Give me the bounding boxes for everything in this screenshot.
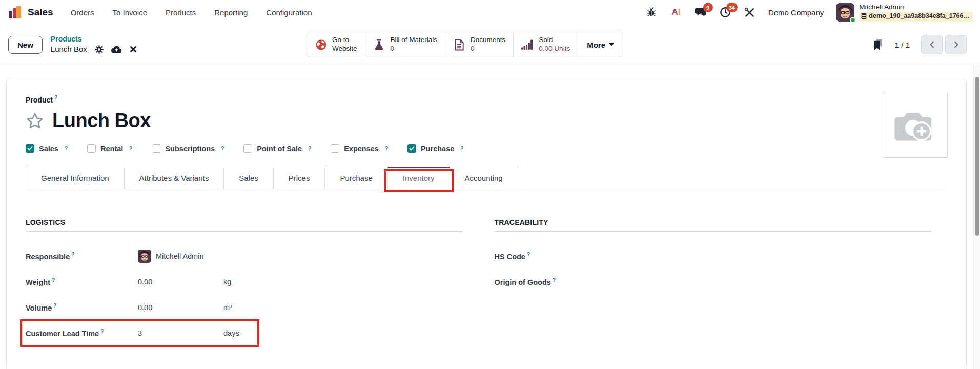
- checkbox-rental-box[interactable]: [87, 144, 96, 153]
- globe-icon: [315, 38, 327, 51]
- more-button[interactable]: More: [578, 32, 623, 57]
- new-button[interactable]: New: [8, 36, 43, 54]
- bug-icon[interactable]: [645, 6, 658, 18]
- customer-lead-time-label: Customer Lead Time?: [26, 329, 138, 338]
- chevron-left-icon: [929, 40, 935, 49]
- menu-orders[interactable]: Orders: [71, 8, 94, 17]
- breadcrumb-products-link[interactable]: Products: [51, 34, 137, 44]
- main-menu: Orders To Invoice Products Reporting Con…: [71, 8, 312, 17]
- responsible-value[interactable]: Mitchell Admin: [138, 250, 223, 263]
- tab-prices[interactable]: Prices: [273, 167, 325, 189]
- messages-badge: 9: [703, 3, 713, 12]
- volume-unit: m³: [223, 303, 232, 312]
- vertical-scrollbar[interactable]: [973, 65, 980, 369]
- checkbox-purchase-box[interactable]: [407, 144, 416, 153]
- document-icon: [453, 38, 465, 51]
- user-menu[interactable]: Mitchell Admin demo_190_aa9a8b34e8fa_176…: [836, 3, 973, 22]
- traceability-section-title: TRACEABILITY: [495, 218, 932, 232]
- checkbox-sales[interactable]: Sales?: [26, 144, 68, 153]
- checkbox-purchase[interactable]: Purchase?: [407, 144, 463, 153]
- breadcrumb: Products Lunch Box: [51, 34, 137, 54]
- checkbox-sales-box[interactable]: [26, 144, 34, 153]
- checkbox-point-of-sale-box[interactable]: [243, 144, 252, 153]
- tab-inventory[interactable]: Inventory: [387, 167, 450, 189]
- bar-chart-icon: [521, 38, 534, 51]
- checkbox-subscriptions[interactable]: Subscriptions?: [152, 144, 224, 153]
- logistics-section-title: LOGISTICS: [26, 218, 463, 232]
- messages-icon[interactable]: 9: [695, 6, 707, 18]
- documents-button[interactable]: Documents 0: [445, 32, 514, 57]
- user-name: Mitchell Admin: [859, 3, 973, 12]
- database-icon: [861, 13, 867, 19]
- menu-reporting[interactable]: Reporting: [214, 8, 248, 17]
- chevron-down-icon: [609, 43, 614, 46]
- go-to-website-button[interactable]: Go to Website: [307, 32, 365, 57]
- origin-of-goods-label: Origin of Goods?: [495, 277, 607, 286]
- discard-x-icon[interactable]: [130, 46, 137, 53]
- developer-tools-icon[interactable]: [744, 6, 756, 18]
- navbar-right: AI 9 34 Demo Company: [645, 3, 973, 22]
- menu-configuration[interactable]: Configuration: [266, 8, 312, 17]
- tab-purchase[interactable]: Purchase: [324, 167, 387, 189]
- gear-icon[interactable]: [95, 45, 104, 54]
- product-form-sheet: Product? Lunch Box Sales? Rental? Subscr…: [6, 78, 967, 368]
- sold-button[interactable]: Sold 0.00 Units: [514, 32, 578, 57]
- app-name[interactable]: Sales: [28, 7, 53, 18]
- tab-sales[interactable]: Sales: [223, 167, 274, 189]
- favorite-star-icon[interactable]: [26, 112, 44, 130]
- product-availability-checkboxes: Sales? Rental? Subscriptions? Point of S…: [26, 144, 947, 153]
- checkbox-expenses-box[interactable]: [331, 144, 339, 153]
- sales-app-icon[interactable]: [7, 5, 23, 20]
- checkbox-expenses[interactable]: Expenses?: [331, 144, 388, 153]
- pager-previous-button[interactable]: [921, 35, 943, 54]
- volume-input[interactable]: 0.00: [138, 303, 223, 312]
- origin-of-goods-field-row: Origin of Goods?: [495, 273, 932, 291]
- tab-general-information[interactable]: General Information: [26, 167, 125, 189]
- checkbox-subscriptions-box[interactable]: [152, 144, 160, 153]
- bookmark-icon[interactable]: [872, 38, 884, 51]
- responsible-field-row: Responsible? Mitchell Admin: [26, 248, 463, 265]
- product-image-upload[interactable]: [883, 93, 948, 158]
- checkbox-rental[interactable]: Rental?: [87, 144, 132, 153]
- volume-label: Volume?: [26, 303, 138, 312]
- pager-next-button[interactable]: [945, 35, 967, 54]
- chevron-right-icon: [953, 40, 959, 49]
- user-avatar: [836, 3, 854, 22]
- product-title[interactable]: Lunch Box: [52, 110, 151, 132]
- control-panel: New Products Lunch Box: [0, 25, 980, 65]
- notebook-tabs: General Information Attributes & Variant…: [26, 167, 947, 189]
- weight-label: Weight?: [26, 277, 138, 286]
- tab-accounting[interactable]: Accounting: [450, 167, 518, 189]
- product-type-label: Product?: [26, 95, 947, 105]
- pager: 1 / 1: [872, 35, 967, 54]
- breadcrumb-current-record: Lunch Box: [51, 44, 87, 54]
- menu-to-invoice[interactable]: To Invoice: [113, 8, 148, 17]
- flask-icon: [373, 38, 385, 51]
- checkbox-point-of-sale[interactable]: Point of Sale?: [243, 144, 311, 153]
- customer-lead-time-field-row: Customer Lead Time? 3 days: [26, 324, 463, 342]
- online-status-dot: [850, 17, 856, 23]
- tab-attributes-variants[interactable]: Attributes & Variants: [124, 167, 224, 189]
- pager-count: 1 / 1: [895, 40, 910, 49]
- logistics-section: LOGISTICS Responsible? Mitchell Admin: [26, 218, 463, 350]
- save-cloud-icon[interactable]: [111, 45, 122, 54]
- stat-button-group: Go to Website Bill of Materials 0: [307, 32, 623, 57]
- menu-products[interactable]: Products: [166, 8, 196, 17]
- weight-input[interactable]: 0.00: [138, 278, 223, 286]
- customer-lead-time-unit: days: [223, 329, 239, 337]
- camera-plus-icon: [892, 107, 939, 145]
- traceability-section: TRACEABILITY HS Code? Origin of Goods?: [495, 218, 932, 350]
- hs-code-field-row: HS Code?: [495, 248, 932, 265]
- database-badge: demo_190_aa9a8b34e8fa_1766…: [859, 12, 973, 22]
- scrollbar-thumb[interactable]: [975, 77, 979, 236]
- ai-icon[interactable]: AI: [670, 6, 682, 18]
- weight-field-row: Weight? 0.00 kg: [26, 273, 463, 291]
- hs-code-label: HS Code?: [495, 252, 607, 261]
- company-switcher[interactable]: Demo Company: [768, 8, 824, 17]
- customer-lead-time-input[interactable]: 3: [138, 329, 223, 337]
- top-navbar: Sales Orders To Invoice Products Reporti…: [0, 0, 980, 25]
- responsible-label: Responsible?: [26, 252, 138, 261]
- activities-clock-icon[interactable]: 34: [719, 6, 731, 18]
- weight-unit: kg: [223, 278, 231, 286]
- bill-of-materials-button[interactable]: Bill of Materials 0: [365, 32, 446, 57]
